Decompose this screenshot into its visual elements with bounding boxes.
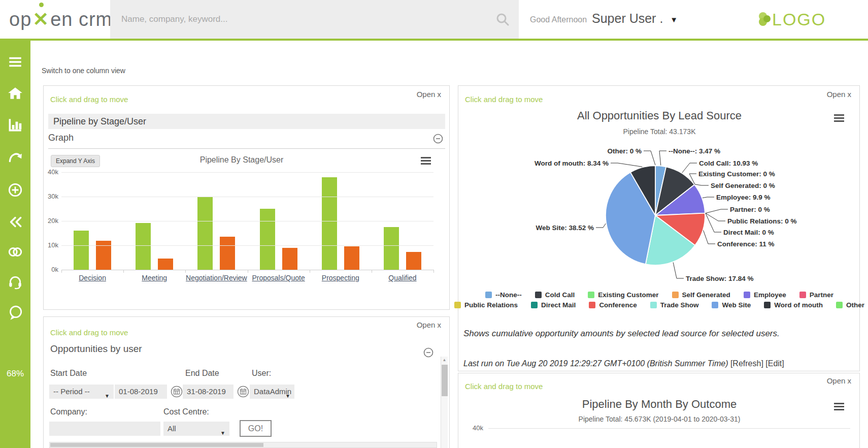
legend-item[interactable]: Self Generated [672,291,730,299]
user-menu[interactable]: Super User .▼ [592,11,678,26]
collapse-icon[interactable] [433,134,443,144]
opencrm-logo[interactable]: op✕en crm [9,8,112,30]
chevron-down-icon: ▼ [285,389,290,403]
company-input[interactable] [49,422,160,436]
legend-item[interactable]: Existing Customer [588,291,658,299]
legend-item[interactable]: Public Relations [454,301,518,309]
cost-centre-value: All [168,424,176,433]
edit-link[interactable]: [Edit] [765,359,784,368]
bar-amount-gbp[interactable] [136,223,151,270]
scrollbar-thumb[interactable] [442,365,448,396]
collapse-icon[interactable] [423,347,433,358]
chat-bubble-icon[interactable] [7,305,23,321]
left-sidebar: 68% [0,39,30,448]
category-label[interactable]: Negotiation/Review [185,274,247,282]
drag-hint[interactable]: Click and drag to move [50,95,128,104]
open-widget-link[interactable]: Open x [417,321,441,329]
category-label[interactable]: Prospecting [310,274,372,282]
chart-menu-icon[interactable] [834,114,844,122]
graph-section-header[interactable]: Graph [48,133,445,149]
legend-item[interactable]: --None-- [485,291,522,299]
legend-swatch [836,302,843,308]
pie-slice-label: Word of mouth: 8.34 % [535,159,609,167]
bar-chart-title: Pipeline By Stage/User [44,155,440,165]
open-widget-link[interactable]: Open x [827,90,851,99]
legend-item[interactable]: Cold Call [535,291,575,299]
go-button[interactable]: GO! [240,420,272,437]
category-label[interactable]: Decision [61,274,123,282]
rings-icon[interactable] [7,244,23,260]
category-label[interactable]: Proposals/Quote [248,274,310,282]
legend-swatch [672,292,679,298]
open-widget-link[interactable]: Open x [827,376,851,385]
drag-hint[interactable]: Click and drag to move [465,382,543,391]
legend-item[interactable]: Other [836,301,864,309]
start-date-input[interactable]: 01-08-2019 [115,385,167,399]
logo-text: op [9,9,31,30]
drag-hint[interactable]: Click and drag to move [50,328,128,337]
bar-amount-gbp[interactable] [197,197,213,270]
open-widget-link[interactable]: Open x [417,90,441,99]
bar-amount-gbp[interactable] [260,209,275,270]
bar-amount-gbp[interactable] [74,231,89,270]
pie-slice-label: Trade Show: 17.84 % [686,275,754,282]
drag-hint[interactable]: Click and drag to move [465,95,543,104]
home-icon[interactable] [7,85,23,102]
legend-item[interactable]: Employee [744,291,786,299]
legend-label: Other [846,301,864,309]
pie-slice-label: Self Generated: 0 % [711,182,775,189]
search-icon[interactable] [495,12,510,28]
double-chevron-left-icon[interactable] [7,214,23,230]
cost-centre-select[interactable]: All ▼ [163,422,229,436]
legend-item[interactable]: Word of mouth [764,301,823,309]
switch-column-view-link[interactable]: Switch to one column view [42,67,125,75]
bar-weighted-amount-gbp[interactable] [344,246,359,270]
end-date-input[interactable]: 31-08-2019 [183,385,233,399]
horizontal-scrollbar[interactable] [49,442,437,448]
bar-amount-gbp[interactable] [322,177,337,270]
search-input[interactable] [121,0,482,39]
scroll-up-arrow[interactable]: ▲ [441,357,448,364]
legend-swatch [454,302,461,308]
pie-slice-label: Other: 0 % [607,147,642,155]
chart-menu-icon[interactable] [834,403,844,411]
legend-swatch [764,302,771,308]
user-select[interactable]: DataAdmin ▼ [250,385,294,399]
pie-slice-label: Web Site: 38.52 % [536,224,594,232]
legend-item[interactable]: Trade Show [650,301,699,309]
opportunities-panel: Click and drag to move Open x Opportunit… [43,316,450,448]
storage-percent[interactable]: 68% [0,369,30,379]
company-logo: LOGO [756,9,826,31]
x-axis-tick [61,270,62,273]
bar-chart-icon[interactable] [7,117,23,133]
bar-weighted-amount-gbp[interactable] [158,259,173,270]
company-label: Company: [50,407,87,417]
legend-item[interactable]: Conference [589,301,637,309]
logo-text: crm [79,9,112,30]
plus-circle-icon[interactable] [7,182,23,198]
category-label[interactable]: Meeting [123,274,185,282]
vertical-scrollbar[interactable]: ▲ [441,357,448,448]
bar-weighted-amount-gbp[interactable] [220,237,235,270]
bar-weighted-amount-gbp[interactable] [282,248,297,270]
refresh-link[interactable]: [Refresh] [730,359,763,368]
bar-amount-gbp[interactable] [384,227,399,270]
calendar-icon[interactable] [171,386,183,398]
calendar-icon[interactable] [237,386,249,398]
menu-icon[interactable] [7,54,23,70]
headset-icon[interactable] [7,273,23,290]
panel-title[interactable]: Pipeline by Stage/User [48,114,445,129]
pie-slice-label: Conference: 11 % [717,240,775,248]
scrollbar-thumb[interactable] [50,443,263,447]
pie-slice-label: Public Relations: 0 % [727,217,797,225]
legend-item[interactable]: Direct Mail [531,301,576,309]
legend-item[interactable]: Partner [799,291,833,299]
period-select[interactable]: -- Period -- ▼ [49,385,114,399]
bar-weighted-amount-gbp[interactable] [406,252,421,270]
category-label[interactable]: Qualified [372,274,433,282]
pie-label-connector [704,230,715,244]
chart-menu-icon[interactable] [421,157,431,165]
legend-item[interactable]: Web Site [712,301,751,309]
redo-arrow-icon[interactable] [7,149,23,165]
pipeline-month-panel: Click and drag to move Open x Pipeline B… [458,373,860,448]
